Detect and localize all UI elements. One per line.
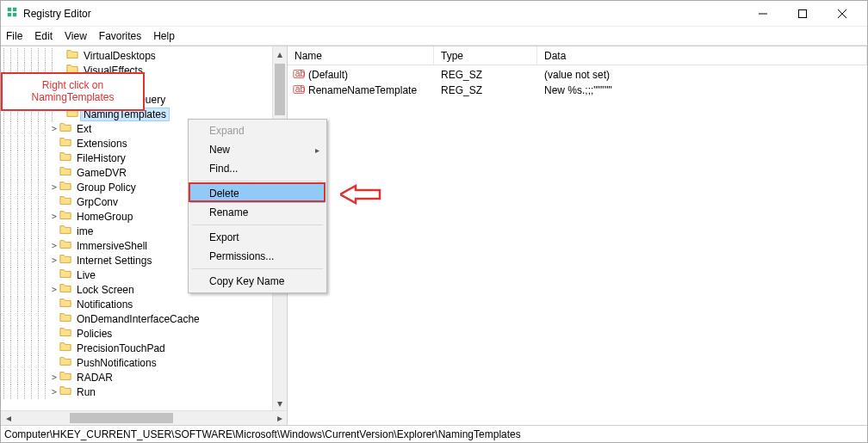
svg-rect-0: [8, 8, 11, 11]
tree-item-label: HomeGroup: [74, 211, 135, 223]
tree-item-label: FileHistory: [74, 152, 128, 164]
annotation-arrow-icon: [340, 184, 381, 207]
tree-item[interactable]: VirtualDesktops: [1, 48, 272, 63]
expand-icon[interactable]: [49, 165, 59, 180]
folder-icon: [59, 297, 74, 311]
registry-editor-window: Registry Editor File Edit View Favorites…: [0, 0, 868, 443]
tree-item[interactable]: >Run: [1, 385, 272, 399]
folder-icon: [59, 136, 74, 151]
menu-view[interactable]: View: [65, 30, 87, 42]
vscroll-thumb[interactable]: [275, 64, 285, 115]
expand-icon[interactable]: [49, 311, 59, 326]
minimize-button[interactable]: [743, 3, 783, 25]
expand-icon[interactable]: >: [49, 238, 59, 253]
ctx-separator: [192, 268, 323, 269]
annotation-text: Right click on NamingTemplates: [4, 80, 141, 102]
scroll-right-icon[interactable]: ▸: [272, 412, 287, 424]
folder-icon: [59, 370, 74, 385]
column-header-name[interactable]: Name: [288, 46, 434, 65]
value-list[interactable]: ab(Default)REG_SZ(value not set)abRename…: [288, 65, 867, 425]
ctx-rename[interactable]: Rename: [190, 203, 325, 222]
ctx-permissions[interactable]: Permissions...: [190, 247, 325, 266]
scroll-left-icon[interactable]: ◂: [1, 412, 16, 424]
expand-icon[interactable]: >: [49, 370, 59, 385]
tree-item[interactable]: Notifications: [1, 297, 272, 311]
hscroll-thumb[interactable]: [70, 413, 173, 423]
tree-item-label: Notifications: [74, 298, 135, 311]
svg-rect-3: [13, 13, 16, 16]
scroll-down-icon[interactable]: ▾: [273, 396, 287, 410]
value-data: (value not set): [537, 69, 867, 81]
value-type: REG_SZ: [434, 69, 537, 81]
expand-icon[interactable]: [49, 224, 59, 238]
expand-icon[interactable]: >: [49, 253, 59, 268]
folder-icon: [59, 282, 74, 297]
expand-icon[interactable]: [49, 151, 59, 165]
expand-icon[interactable]: >: [49, 282, 59, 297]
expand-icon[interactable]: [49, 326, 59, 341]
value-name: (Default): [308, 69, 348, 81]
tree-item-label: Group Policy: [74, 182, 139, 194]
tree-item[interactable]: PrecisionTouchPad: [1, 341, 272, 355]
folder-icon: [66, 48, 81, 63]
expand-icon[interactable]: >: [49, 121, 59, 136]
ctx-delete[interactable]: Delete: [190, 184, 325, 203]
ctx-find[interactable]: Find...: [190, 159, 325, 178]
tree-item-label: GameDVR: [74, 167, 129, 179]
folder-icon: [59, 311, 74, 326]
tree-item-label: Policies: [74, 328, 115, 340]
expand-icon[interactable]: [49, 341, 59, 355]
menu-edit[interactable]: Edit: [34, 30, 53, 42]
expand-icon[interactable]: [49, 194, 59, 209]
folder-icon: [59, 268, 74, 282]
expand-icon[interactable]: [56, 48, 66, 63]
svg-marker-12: [340, 186, 380, 203]
tree-item-label: OnDemandInterfaceCache: [74, 313, 202, 325]
tree-item[interactable]: PushNotifications: [1, 355, 272, 370]
expand-icon[interactable]: >: [49, 385, 59, 399]
folder-icon: [59, 253, 74, 268]
column-header-type[interactable]: Type: [434, 46, 537, 65]
folder-icon: [59, 194, 74, 209]
status-path: Computer\HKEY_CURRENT_USER\SOFTWARE\Micr…: [4, 428, 521, 440]
close-button[interactable]: [822, 3, 862, 25]
expand-icon[interactable]: [49, 355, 59, 370]
expand-icon[interactable]: [49, 297, 59, 311]
menu-help[interactable]: Help: [153, 30, 175, 42]
value-type: REG_SZ: [434, 84, 537, 96]
tree-item-label: Internet Settings: [74, 255, 154, 267]
tree-item-label: Lock Screen: [74, 284, 137, 296]
tree-item-label: Extensions: [74, 138, 130, 150]
ctx-export[interactable]: Export: [190, 228, 325, 247]
tree-hscrollbar[interactable]: ◂ ▸: [1, 410, 287, 425]
ctx-new[interactable]: New▸: [190, 140, 325, 159]
ctx-expand[interactable]: Expand: [190, 121, 325, 140]
value-list-header: Name Type Data: [288, 46, 867, 65]
scroll-up-icon[interactable]: ▴: [273, 46, 287, 61]
folder-icon: [59, 326, 74, 341]
tree-item-label: Live: [74, 269, 98, 281]
tree-item[interactable]: Policies: [1, 326, 272, 341]
folder-icon: [59, 224, 74, 238]
maximize-button[interactable]: [783, 3, 822, 25]
string-value-icon: ab: [293, 68, 305, 83]
folder-icon: [59, 238, 74, 253]
expand-icon[interactable]: [49, 268, 59, 282]
expand-icon[interactable]: [49, 136, 59, 151]
value-row[interactable]: abRenameNameTemplateREG_SZNew %s.;;;""""…: [288, 83, 867, 98]
expand-icon[interactable]: >: [49, 180, 59, 194]
folder-icon: [59, 165, 74, 180]
value-name: RenameNameTemplate: [308, 84, 417, 96]
menu-favorites[interactable]: Favorites: [99, 30, 141, 42]
value-row[interactable]: ab(Default)REG_SZ(value not set): [288, 67, 867, 83]
folder-icon: [59, 355, 74, 370]
annotation-box: Right click on NamingTemplates: [1, 72, 145, 111]
ctx-copy-key-name[interactable]: Copy Key Name: [190, 272, 325, 291]
folder-icon: [59, 151, 74, 165]
tree-item[interactable]: >RADAR: [1, 370, 272, 385]
svg-rect-2: [8, 13, 11, 16]
menu-file[interactable]: File: [6, 30, 22, 42]
tree-item[interactable]: OnDemandInterfaceCache: [1, 311, 272, 326]
expand-icon[interactable]: >: [49, 209, 59, 224]
column-header-data[interactable]: Data: [537, 46, 867, 65]
